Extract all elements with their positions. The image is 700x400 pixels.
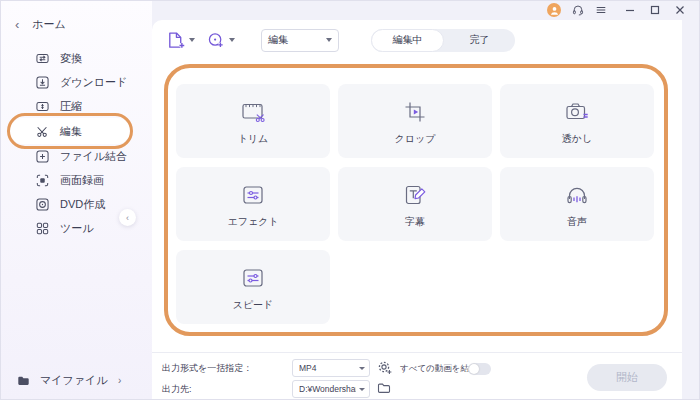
sidebar-item-download[interactable]: ダウンロード <box>0 70 152 94</box>
tool-label: スピード <box>233 298 274 312</box>
subtitle-icon <box>400 180 430 210</box>
tools-icon <box>36 222 49 235</box>
sidebar-item-label: ツール <box>60 221 94 236</box>
tab-finished-label: 完了 <box>470 33 490 47</box>
audio-icon <box>562 180 592 210</box>
tool-label: 透かし <box>562 132 592 146</box>
output-format-select[interactable]: MP4 <box>292 359 370 377</box>
crop-icon <box>400 97 430 127</box>
format-settings-button[interactable] <box>376 359 392 375</box>
add-file-icon <box>166 31 185 50</box>
gear-plus-icon <box>377 360 392 375</box>
output-footer: 出力形式を一括指定： MP4 すべての動画を結合 出力先: D:¥Wonders… <box>152 352 682 400</box>
tool-tile-watermark[interactable]: 透かし <box>500 84 654 158</box>
sidebar-item-label: ダウンロード <box>60 75 127 90</box>
tool-label: 音声 <box>567 215 587 229</box>
trim-icon <box>238 97 268 127</box>
merge-icon <box>36 150 49 163</box>
edit-scissors-icon <box>36 125 49 138</box>
output-format-value: MP4 <box>299 363 356 373</box>
output-path-value: D:¥Wondershare UniConverter <box>299 384 356 394</box>
sidebar-item-label: 変換 <box>60 51 82 66</box>
tool-tile-speed[interactable]: スピード <box>176 250 330 324</box>
compress-icon <box>36 100 49 113</box>
status-tabs: 編集中 完了 <box>371 29 515 52</box>
merge-all-label: すべての動画を結合 <box>400 363 478 375</box>
mode-select[interactable]: 編集 <box>261 29 339 52</box>
sidebar-item-label: ファイル結合 <box>60 149 127 164</box>
start-button-label: 開始 <box>616 370 638 385</box>
sidebar: ‹ ホーム 変換 ダウンロード 圧縮 <box>0 0 152 400</box>
main-panel: 編集 編集中 完了 トリム <box>152 20 682 400</box>
sidebar-item-label: 圧縮 <box>60 99 82 114</box>
mode-select-value: 編集 <box>268 33 288 47</box>
sidebar-item-convert[interactable]: 変換 <box>0 46 152 70</box>
open-folder-button[interactable] <box>376 380 392 396</box>
tool-label: エフェクト <box>227 215 278 229</box>
sidebar-item-label: 画面録画 <box>60 173 104 188</box>
add-file-button[interactable] <box>166 31 195 50</box>
tool-tile-trim[interactable]: トリム <box>176 84 330 158</box>
my-files-chevron-icon[interactable]: › <box>118 375 121 386</box>
chevron-down-icon <box>189 38 195 42</box>
my-files-label: マイファイル <box>40 373 108 388</box>
screen-record-icon <box>36 174 49 187</box>
edit-tools-grid: トリム クロップ 透かし <box>176 84 654 324</box>
close-icon[interactable] <box>673 4 686 17</box>
tool-label: トリム <box>238 132 269 146</box>
folder-icon <box>17 374 30 387</box>
output-format-label: 出力形式を一括指定： <box>162 362 252 375</box>
minimize-icon[interactable] <box>623 4 636 17</box>
sidebar-item-label: 編集 <box>60 124 82 139</box>
titlebar <box>0 0 700 20</box>
sidebar-item-screen-record[interactable]: 画面録画 <box>0 168 152 192</box>
output-path-label: 出力先: <box>162 383 192 396</box>
speed-icon <box>238 263 268 293</box>
sidebar-item-compress[interactable]: 圧縮 <box>0 94 152 118</box>
user-avatar[interactable] <box>547 3 561 17</box>
output-path-select[interactable]: D:¥Wondershare UniConverter <box>292 380 370 398</box>
effect-icon <box>238 180 268 210</box>
tab-editing[interactable]: 編集中 <box>371 29 444 52</box>
sidebar-item-edit[interactable]: 編集 <box>10 118 130 144</box>
maximize-icon[interactable] <box>648 4 661 17</box>
tab-finished[interactable]: 完了 <box>444 29 515 52</box>
tool-tile-effect[interactable]: エフェクト <box>176 167 330 241</box>
tool-tile-audio[interactable]: 音声 <box>500 167 654 241</box>
convert-icon <box>36 52 49 65</box>
toggle-knob <box>469 364 479 374</box>
start-button[interactable]: 開始 <box>587 364 667 391</box>
add-disc-button[interactable] <box>207 31 235 49</box>
headset-icon[interactable] <box>571 4 584 17</box>
chevron-down-icon <box>229 38 235 42</box>
chevron-down-icon <box>359 388 365 391</box>
dvd-icon <box>36 198 49 211</box>
tool-tile-crop[interactable]: クロップ <box>338 84 492 158</box>
tab-editing-label: 編集中 <box>393 33 423 47</box>
chevron-down-icon <box>359 367 365 370</box>
folder-icon <box>377 381 391 395</box>
tool-label: 字幕 <box>405 215 425 229</box>
add-disc-icon <box>207 31 225 49</box>
sidebar-item-my-files[interactable]: マイファイル <box>17 373 108 388</box>
menu-icon[interactable] <box>594 4 607 17</box>
sidebar-item-merge[interactable]: ファイル結合 <box>0 144 152 168</box>
main-toolbar: 編集 編集中 完了 <box>152 20 682 60</box>
sidebar-item-label: DVD作成 <box>60 197 105 212</box>
download-icon <box>36 76 49 89</box>
merge-all-toggle[interactable] <box>468 363 491 375</box>
watermark-icon <box>562 97 592 127</box>
tool-label: クロップ <box>395 132 436 146</box>
chevron-down-icon <box>326 38 332 42</box>
sidebar-collapse-handle[interactable]: ‹ <box>119 209 136 226</box>
tool-tile-subtitle[interactable]: 字幕 <box>338 167 492 241</box>
